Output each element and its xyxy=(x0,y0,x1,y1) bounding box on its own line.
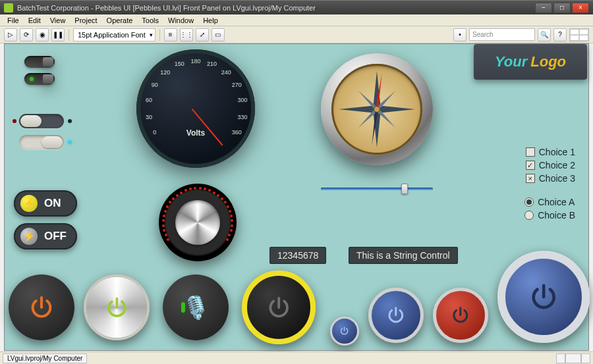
indicator-dot-icon xyxy=(68,140,72,144)
pane-layout-button[interactable] xyxy=(569,28,589,41)
maximize-button[interactable]: □ xyxy=(553,3,571,13)
horizontal-slider[interactable] xyxy=(321,182,433,195)
power-button-large-blue[interactable] xyxy=(497,251,590,343)
knob-scale-dot-icon xyxy=(217,194,219,197)
knob-scale-dot-icon xyxy=(163,229,165,232)
off-button[interactable]: ⚡ OFF xyxy=(14,223,77,249)
checkbox-label: Choice 2 xyxy=(539,160,575,170)
menu-edit[interactable]: Edit xyxy=(24,16,45,24)
knob-scale-dot-icon xyxy=(204,188,206,190)
knob-scale-dot-icon xyxy=(228,234,231,236)
knob-scale-dot-icon xyxy=(230,229,233,232)
knob-scale-dot-icon xyxy=(221,197,223,200)
led-dark-red-icon xyxy=(13,119,16,123)
checkbox-choice2[interactable]: ✓ xyxy=(526,161,535,170)
gauge-tick-label: 330 xyxy=(237,114,247,120)
on-button-label: ON xyxy=(44,197,61,210)
knob-scale-dot-icon xyxy=(213,192,215,194)
align-button[interactable]: ≡ xyxy=(164,28,177,41)
toolbar-search-prev[interactable]: • xyxy=(453,28,466,41)
radio-choice-b[interactable] xyxy=(524,211,534,220)
string-control[interactable]: This is a String Control xyxy=(349,247,458,264)
radio-label: Choice B xyxy=(538,210,575,221)
mic-active-led-icon xyxy=(181,302,185,313)
window-titlebar: BatchTest Corporation - Pebbles UI [Pebb… xyxy=(0,0,593,14)
power-button-small-blue[interactable] xyxy=(330,317,359,346)
slim-switch-1[interactable] xyxy=(19,114,64,128)
lightning-off-icon: ⚡ xyxy=(20,228,38,245)
gauge-tick-label: 270 xyxy=(232,82,242,88)
on-button[interactable]: ⚡ ON xyxy=(14,190,77,217)
window-title: BatchTest Corporation - Pebbles UI [Pebb… xyxy=(17,4,316,12)
checkbox-choice1[interactable] xyxy=(526,147,535,157)
run-continuous-button[interactable]: ⟳ xyxy=(20,28,33,41)
gauge-tick-label: 90 xyxy=(152,82,158,88)
power-button-dark-orange[interactable] xyxy=(9,274,74,340)
pause-button[interactable]: ❚❚ xyxy=(51,28,65,41)
power-icon xyxy=(28,294,55,321)
reorder-button[interactable]: ▭ xyxy=(212,28,225,41)
status-indicator-3 xyxy=(581,353,590,363)
power-icon xyxy=(451,305,470,325)
slider-thumb[interactable] xyxy=(401,184,408,194)
run-button[interactable]: ▷ xyxy=(4,28,17,41)
distribute-button[interactable]: ⋮⋮ xyxy=(180,28,193,41)
gauge-tick-label: 30 xyxy=(146,114,152,120)
status-project: LVgui.lvproj/My Computer xyxy=(3,353,87,363)
close-button[interactable]: × xyxy=(572,3,589,13)
abort-button[interactable]: ◉ xyxy=(36,28,49,41)
mini-switch-red[interactable] xyxy=(24,56,55,68)
menu-project[interactable]: Project xyxy=(70,16,101,24)
menu-view[interactable]: View xyxy=(45,16,71,24)
mini-switch-green[interactable] xyxy=(24,73,55,85)
off-button-label: OFF xyxy=(44,230,67,243)
knob-scale-dot-icon xyxy=(226,238,229,241)
power-icon xyxy=(266,295,291,320)
menu-help[interactable]: Help xyxy=(198,16,223,24)
voltage-gauge[interactable]: Volts 0306090120150180210240270300330360 xyxy=(136,49,255,168)
numeric-indicator[interactable]: 12345678 xyxy=(269,247,326,264)
gauge-tick-label: 60 xyxy=(146,97,152,103)
knob-scale-dot-icon xyxy=(229,210,231,213)
knob-scale-dot-icon xyxy=(166,205,169,208)
front-panel-canvas: ⚡ ON ⚡ OFF Volts 03060901201501802102402… xyxy=(4,43,589,351)
knob-scale-dot-icon xyxy=(172,197,175,200)
knob-scale-dot-icon xyxy=(189,188,192,190)
toolbar: ▷ ⟳ ◉ ❚❚ 15pt Application Font ≡ ⋮⋮ ⤢ ▭ … xyxy=(0,26,593,43)
compass-indicator[interactable] xyxy=(321,53,433,165)
context-help-button[interactable]: ? xyxy=(553,28,567,41)
radio-choice-a[interactable] xyxy=(524,197,534,207)
rotary-knob[interactable] xyxy=(159,184,237,261)
gauge-tick-label: 240 xyxy=(221,69,231,76)
knob-scale-dot-icon xyxy=(231,224,233,227)
power-button-medium-red[interactable] xyxy=(433,288,488,343)
slim-switch-2[interactable] xyxy=(19,135,64,149)
font-dropdown[interactable]: 15pt Application Font xyxy=(73,28,155,41)
app-icon xyxy=(4,3,13,13)
logo-placeholder: Your Logo xyxy=(474,44,587,80)
menu-operate[interactable]: Operate xyxy=(102,16,138,24)
minimize-button[interactable]: − xyxy=(535,3,552,13)
status-bar: LVgui.lvproj/My Computer xyxy=(0,351,593,364)
power-button-medium-blue[interactable] xyxy=(368,288,424,343)
knob-scale-dot-icon xyxy=(162,219,165,222)
microphone-button[interactable]: 🎙️ xyxy=(163,274,229,340)
power-icon xyxy=(105,296,129,320)
gauge-tick-label: 300 xyxy=(237,97,247,103)
resize-button[interactable]: ⤢ xyxy=(196,28,209,41)
power-button-metal-green[interactable] xyxy=(84,274,150,340)
menu-tools[interactable]: Tools xyxy=(137,16,163,24)
knob-scale-dot-icon xyxy=(165,234,167,236)
knob-scale-dot-icon xyxy=(162,224,165,227)
knob-cap-icon xyxy=(175,200,220,245)
gauge-tick-label: 0 xyxy=(153,129,156,136)
search-input[interactable]: Search xyxy=(469,28,535,41)
search-go-button[interactable]: 🔍 xyxy=(538,28,551,41)
power-button-yellow-ring[interactable] xyxy=(242,271,316,344)
knob-scale-dot-icon xyxy=(227,205,229,208)
menu-file[interactable]: File xyxy=(3,16,24,24)
checkbox-choice3[interactable]: × xyxy=(526,174,535,183)
menu-window[interactable]: Window xyxy=(163,16,198,24)
font-dropdown-label: 15pt Application Font xyxy=(78,31,146,39)
knob-scale-dot-icon xyxy=(163,215,165,217)
